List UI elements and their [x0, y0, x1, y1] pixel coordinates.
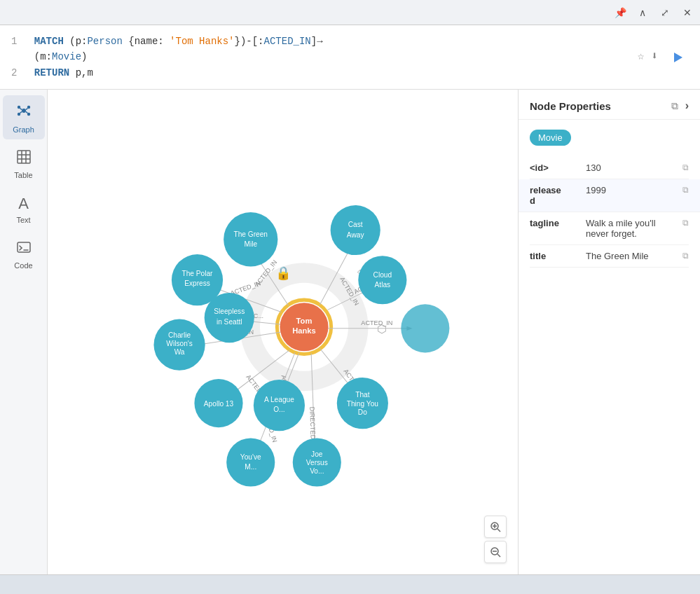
line-number-3: 2 [11, 67, 17, 78]
svg-line-9 [25, 112, 27, 113]
table-icon [16, 149, 32, 168]
prop-copy-title[interactable]: ⧉ [682, 251, 689, 261]
svg-text:Joe: Joe [311, 450, 323, 458]
pin-icon[interactable]: 📌 [613, 6, 627, 20]
properties-title: Node Properties [530, 100, 611, 112]
svg-text:🔒: 🔒 [275, 265, 291, 281]
sidebar-item-table[interactable]: Table [3, 142, 45, 185]
sidebar-table-label: Table [14, 171, 32, 179]
prop-key-id: <id> [530, 163, 580, 173]
sidebar-code-label: Code [14, 261, 32, 270]
download-icon[interactable]: ⬇ [651, 48, 658, 67]
sidebar: Graph Table A Text [0, 90, 48, 574]
svg-line-81 [497, 554, 500, 557]
svg-line-7 [25, 109, 27, 110]
svg-text:in Seattl: in Seattl [217, 318, 242, 326]
svg-text:That: That [355, 392, 370, 399]
sidebar-item-code[interactable]: Code [3, 233, 45, 275]
svg-text:Express: Express [184, 279, 210, 287]
svg-text:Mile: Mile [244, 240, 257, 248]
node-youve-got[interactable] [226, 438, 275, 487]
svg-text:Thing You: Thing You [347, 400, 378, 408]
keyword-match: MATCH [34, 36, 64, 47]
properties-body: Movie <id> 130 ⧉ released 1999 ⧉ tagline [519, 120, 700, 574]
sidebar-text-label: Text [16, 216, 30, 224]
code-line-1: 1 MATCH (p:Person {name: 'Tom Hanks'})-[… [11, 34, 689, 49]
property-row-release: released 1999 ⧉ [519, 179, 700, 212]
svg-text:Hanks: Hanks [292, 326, 316, 335]
svg-text:ACTED_IN: ACTED_IN [361, 319, 392, 326]
svg-line-6 [20, 109, 22, 110]
keyword-return: RETURN [34, 67, 69, 78]
svg-text:Charlie: Charlie [168, 331, 191, 339]
svg-text:Apollo 13: Apollo 13 [204, 400, 234, 408]
svg-text:Away: Away [347, 231, 365, 239]
code-editor: 1 MATCH (p:Person {name: 'Tom Hanks'})-[… [0, 25, 700, 90]
zoom-in-button[interactable] [484, 516, 507, 538]
property-row-id: <id> 130 ⧉ [530, 157, 689, 179]
svg-text:A League: A League [264, 396, 294, 403]
prop-key-release: released [530, 185, 580, 206]
sidebar-item-graph[interactable]: Graph [3, 95, 45, 139]
node-right-partial[interactable] [401, 304, 449, 352]
code-icon [16, 240, 32, 258]
zoom-controls [484, 516, 507, 563]
property-row-title: title The Green Mile ⧉ [530, 245, 689, 268]
svg-text:Versus: Versus [306, 459, 328, 467]
graph-svg: 🔒 👁 ⬡ ACTED_IN ACTED_IN ACTED_IN ACTED_I… [48, 90, 518, 574]
node-cloud-atlas[interactable] [358, 256, 406, 304]
graph-icon [15, 102, 32, 123]
graph-area[interactable]: 🔒 👁 ⬡ ACTED_IN ACTED_IN ACTED_IN ACTED_I… [48, 90, 518, 574]
prop-key-title: title [530, 251, 580, 261]
prop-value-tagline: Walk a mile you'll never forget. [586, 218, 677, 239]
svg-point-1 [22, 109, 26, 113]
svg-text:Tom: Tom [296, 317, 313, 325]
svg-rect-10 [18, 151, 30, 163]
svg-line-8 [20, 112, 22, 113]
line-number-1: 1 [11, 36, 17, 47]
property-row-tagline: tagline Walk a mile you'll never forget.… [530, 212, 689, 245]
svg-text:You've: You've [240, 453, 261, 461]
node-type-badge[interactable]: Movie [530, 130, 689, 157]
svg-text:Cloud: Cloud [373, 271, 392, 279]
zoom-out-button[interactable] [484, 541, 507, 563]
prop-copy-release[interactable]: ⧉ [682, 185, 689, 195]
prop-copy-tagline[interactable]: ⧉ [682, 218, 689, 228]
text-icon: A [18, 195, 29, 213]
node-green-mile[interactable] [224, 212, 277, 266]
svg-text:O...: O... [273, 406, 284, 413]
svg-marker-0 [674, 53, 682, 62]
svg-text:Atlas: Atlas [375, 281, 391, 289]
prop-key-tagline: tagline [530, 218, 580, 228]
expand-icon[interactable]: ⤢ [658, 6, 672, 20]
properties-header-icons: ⧉ › [671, 99, 689, 112]
svg-text:Wa: Wa [174, 349, 185, 357]
properties-header: Node Properties ⧉ › [519, 90, 700, 120]
svg-text:Vo...: Vo... [310, 467, 324, 475]
prop-value-release: 1999 [586, 185, 677, 195]
node-cast-away[interactable] [331, 205, 380, 255]
top-bar: 📌 ∧ ⤢ ✕ [0, 0, 700, 25]
properties-expand-icon[interactable]: › [685, 99, 689, 112]
copy-properties-icon[interactable]: ⧉ [671, 100, 678, 112]
minimize-icon[interactable]: ∧ [636, 6, 650, 20]
prop-copy-id[interactable]: ⧉ [682, 163, 689, 172]
star-icon[interactable]: ☆ [638, 48, 645, 67]
svg-text:Cast: Cast [348, 221, 363, 229]
code-line-2: 2 (m:Movie) [11, 49, 689, 64]
svg-rect-15 [18, 242, 30, 252]
prop-value-title: The Green Mile [586, 251, 677, 261]
svg-text:M...: M... [245, 463, 256, 471]
bottom-bar [0, 574, 700, 594]
svg-text:Sleepless: Sleepless [214, 308, 245, 316]
sidebar-graph-label: Graph [13, 125, 34, 134]
run-button[interactable] [666, 46, 689, 69]
sidebar-item-text[interactable]: A Text [3, 188, 45, 230]
svg-text:Wilson's: Wilson's [166, 340, 193, 347]
svg-line-17 [20, 248, 22, 250]
svg-text:The Polar: The Polar [181, 270, 213, 277]
prop-value-id: 130 [586, 163, 677, 173]
close-icon[interactable]: ✕ [680, 6, 694, 20]
app-container: 📌 ∧ ⤢ ✕ 1 MATCH (p:Person {name: 'Tom Ha… [0, 0, 700, 594]
main-area: Graph Table A Text [0, 90, 700, 574]
